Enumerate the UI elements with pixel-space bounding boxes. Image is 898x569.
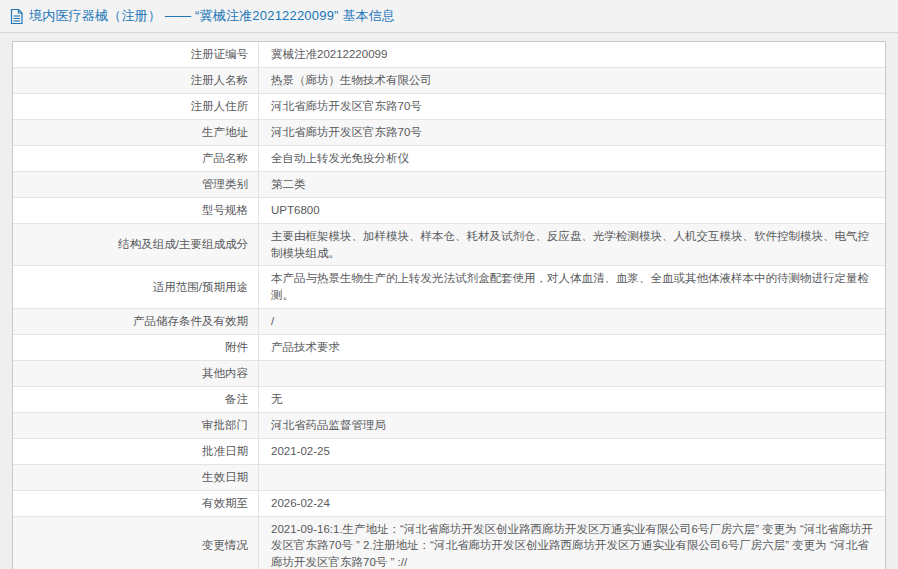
row-label-text: 注册人住所 — [191, 98, 249, 115]
row-value — [259, 361, 885, 386]
table-row: 注册人住所 河北省廊坊开发区官东路70号 — [13, 94, 885, 120]
row-value: 2021-02-25 — [259, 439, 885, 464]
row-value-text: 无 — [271, 391, 283, 408]
row-label: 产品储存条件及有效期 — [13, 309, 259, 334]
row-label: 生产地址 — [13, 120, 259, 145]
row-label: 适用范围/预期用途 — [13, 266, 259, 307]
registration-info-table: 注册证编号 冀械注准20212220099 注册人名称 热景（廊坊）生物技术有限… — [12, 41, 886, 569]
row-value-text: 热景（廊坊）生物技术有限公司 — [271, 72, 432, 89]
row-label: 有效期至 — [13, 491, 259, 516]
row-value: 河北省药品监督管理局 — [259, 413, 885, 438]
row-label: 附件 — [13, 335, 259, 360]
table-row: 批准日期 2021-02-25 — [13, 439, 885, 465]
page-header: 境内医疗器械（注册） —— “冀械注准20212220099” 基本信息 — [0, 0, 898, 33]
row-label: 审批部门 — [13, 413, 259, 438]
table-row: 型号规格 UPT6800 — [13, 198, 885, 224]
row-label: 注册人名称 — [13, 68, 259, 93]
row-value-text: 本产品与热景生物生产的上转发光法试剂盒配套使用，对人体血清、血浆、全血或其他体液… — [271, 270, 873, 303]
row-label-text: 管理类别 — [202, 176, 248, 193]
table-row: 管理类别 第二类 — [13, 172, 885, 198]
row-label-text: 变更情况 — [202, 537, 248, 554]
row-label: 结构及组成/主要组成成分 — [13, 224, 259, 265]
row-value-text: / — [271, 313, 274, 330]
table-row: 结构及组成/主要组成成分 主要由框架模块、加样模块、样本仓、耗材及试剂仓、反应盘… — [13, 224, 885, 266]
row-value: / — [259, 309, 885, 334]
row-label-text: 生效日期 — [202, 469, 248, 486]
row-value-text: 2021-02-25 — [271, 443, 330, 460]
row-label-text: 型号规格 — [202, 202, 248, 219]
table-row: 注册证编号 冀械注准20212220099 — [13, 42, 885, 68]
row-label: 注册证编号 — [13, 42, 259, 67]
row-value: UPT6800 — [259, 198, 885, 223]
row-label: 备注 — [13, 387, 259, 412]
row-value: 河北省廊坊开发区官东路70号 — [259, 94, 885, 119]
row-value-text: 冀械注准20212220099 — [271, 46, 387, 63]
row-value: 河北省廊坊开发区官东路70号 — [259, 120, 885, 145]
row-value-text: 2026-02-24 — [271, 495, 330, 512]
row-label: 批准日期 — [13, 439, 259, 464]
table-row: 适用范围/预期用途 本产品与热景生物生产的上转发光法试剂盒配套使用，对人体血清、… — [13, 266, 885, 308]
row-value-text: 产品技术要求 — [271, 339, 340, 356]
table-row: 附件 产品技术要求 — [13, 335, 885, 361]
row-value-text: 全自动上转发光免疫分析仪 — [271, 150, 409, 167]
row-label: 其他内容 — [13, 361, 259, 386]
row-value — [259, 465, 885, 490]
row-value-text: 第二类 — [271, 176, 306, 193]
row-label: 管理类别 — [13, 172, 259, 197]
row-label-text: 批准日期 — [202, 443, 248, 460]
table-row: 产品储存条件及有效期 / — [13, 309, 885, 335]
row-value: 本产品与热景生物生产的上转发光法试剂盒配套使用，对人体血清、血浆、全血或其他体液… — [259, 266, 885, 307]
table-row: 生产地址 河北省廊坊开发区官东路70号 — [13, 120, 885, 146]
row-value: 第二类 — [259, 172, 885, 197]
row-value: 主要由框架模块、加样模块、样本仓、耗材及试剂仓、反应盘、光学检测模块、人机交互模… — [259, 224, 885, 265]
row-value-text: 河北省药品监督管理局 — [271, 417, 386, 434]
row-label-text: 产品名称 — [202, 150, 248, 167]
row-value-text: 2021-09-16:1.生产地址：“河北省廊坊开发区创业路西廊坊开发区万通实业… — [271, 521, 873, 569]
table-row: 产品名称 全自动上转发光免疫分析仪 — [13, 146, 885, 172]
row-label-text: 注册证编号 — [191, 46, 249, 63]
row-value-text: 河北省廊坊开发区官东路70号 — [271, 98, 422, 115]
table-row: 备注 无 — [13, 387, 885, 413]
row-label-text: 备注 — [225, 391, 248, 408]
row-label-text: 审批部门 — [202, 417, 248, 434]
row-value: 无 — [259, 387, 885, 412]
row-label: 注册人住所 — [13, 94, 259, 119]
row-value: 2021-09-16:1.生产地址：“河北省廊坊开发区创业路西廊坊开发区万通实业… — [259, 517, 885, 569]
row-label: 产品名称 — [13, 146, 259, 171]
row-label-text: 产品储存条件及有效期 — [133, 313, 248, 330]
page-title: 境内医疗器械（注册） —— “冀械注准20212220099” 基本信息 — [29, 7, 395, 25]
row-label-text: 其他内容 — [202, 365, 248, 382]
row-label: 生效日期 — [13, 465, 259, 490]
table-row: 有效期至 2026-02-24 — [13, 491, 885, 517]
row-label: 变更情况 — [13, 517, 259, 569]
row-value-text: 主要由框架模块、加样模块、样本仓、耗材及试剂仓、反应盘、光学检测模块、人机交互模… — [271, 228, 873, 261]
table-row: 其他内容 — [13, 361, 885, 387]
row-label-text: 适用范围/预期用途 — [153, 279, 248, 296]
row-value: 2026-02-24 — [259, 491, 885, 516]
table-row: 生效日期 — [13, 465, 885, 491]
row-label-text: 注册人名称 — [191, 72, 249, 89]
table-row: 审批部门 河北省药品监督管理局 — [13, 413, 885, 439]
document-icon — [10, 9, 23, 24]
row-value-text: UPT6800 — [271, 202, 320, 219]
row-label: 型号规格 — [13, 198, 259, 223]
row-value: 冀械注准20212220099 — [259, 42, 885, 67]
row-label-text: 结构及组成/主要组成成分 — [118, 236, 248, 253]
row-value: 全自动上转发光免疫分析仪 — [259, 146, 885, 171]
table-row: 变更情况 2021-09-16:1.生产地址：“河北省廊坊开发区创业路西廊坊开发… — [13, 517, 885, 569]
row-label-text: 生产地址 — [202, 124, 248, 141]
row-value: 热景（廊坊）生物技术有限公司 — [259, 68, 885, 93]
row-value-text: 河北省廊坊开发区官东路70号 — [271, 124, 422, 141]
row-label-text: 有效期至 — [202, 495, 248, 512]
row-label-text: 附件 — [225, 339, 248, 356]
table-row: 注册人名称 热景（廊坊）生物技术有限公司 — [13, 68, 885, 94]
row-value: 产品技术要求 — [259, 335, 885, 360]
